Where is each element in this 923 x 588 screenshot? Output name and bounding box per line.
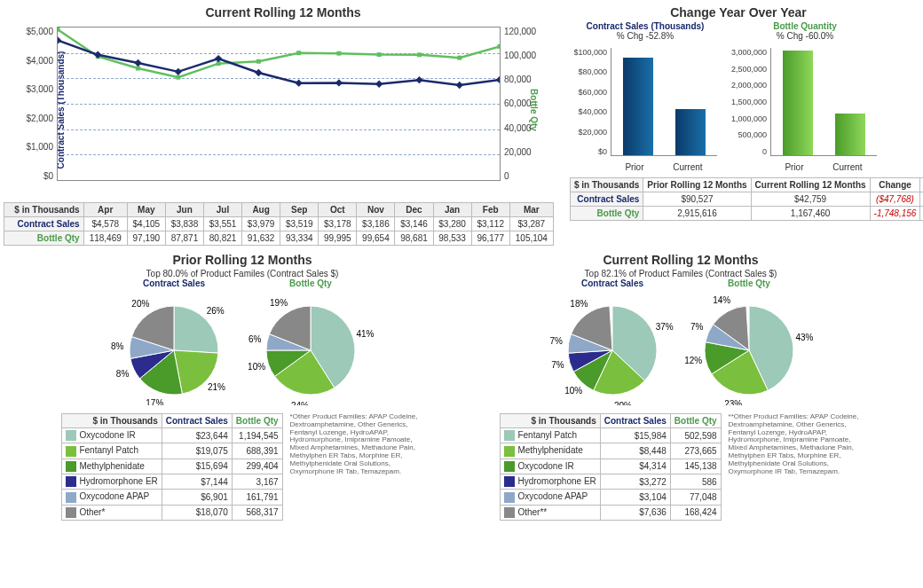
svg-text:20%: 20% (614, 401, 632, 405)
current-cs-pie: Contract Sales 37%20%10%7%7%18% (547, 278, 678, 410)
current-products-note: **Other Product Families: APAP Codeine, … (729, 413, 862, 521)
yoy-cs-pct: % Chg -52.8% (570, 31, 721, 41)
yoy-data-table: $ in ThousandsPrior Rolling 12 MonthsCur… (570, 177, 923, 221)
svg-text:41%: 41% (356, 329, 374, 339)
line-chart-title: Current Rolling 12 Months (4, 5, 563, 20)
svg-text:26%: 26% (207, 306, 225, 316)
prior-pie-block: Prior Rolling 12 Months Top 80.0% of Pro… (29, 251, 455, 521)
svg-rect-20 (375, 81, 383, 88)
svg-rect-2 (136, 67, 140, 71)
line-chart: Contract Sales (Thousands) Bottle Qty $5… (4, 21, 554, 199)
svg-rect-0 (58, 27, 59, 32)
yoy-title: Change Year Over Year (570, 5, 907, 20)
yoy-bq-label: Bottle Quantity (730, 21, 880, 31)
svg-text:8%: 8% (111, 341, 124, 351)
svg-rect-18 (295, 79, 302, 86)
yoy-bottle-qty-bar: Bottle Quantity % Chg -60.0% 3,000,0002,… (730, 21, 880, 172)
svg-rect-15 (175, 68, 182, 75)
svg-rect-17 (255, 69, 262, 76)
current-pie-block: Current Rolling 12 Months Top 82.1% of P… (468, 251, 894, 521)
svg-text:23%: 23% (724, 399, 742, 405)
svg-text:14%: 14% (713, 295, 730, 305)
svg-rect-14 (134, 59, 141, 67)
line-chart-data-table: $ in ThousandsAprMayJunJulAugSepOctNovDe… (4, 202, 554, 246)
svg-text:12%: 12% (684, 356, 702, 365)
svg-rect-8 (377, 52, 382, 57)
svg-rect-5 (256, 59, 261, 64)
yoy-bq-pct: % Chg -60.0% (730, 31, 880, 41)
svg-rect-23 (496, 76, 500, 83)
yoy-cs-label: Contract Sales (Thousands) (570, 21, 721, 31)
svg-text:18%: 18% (570, 299, 588, 309)
current-pie-title: Current Rolling 12 Months (468, 253, 894, 267)
prior-bq-pie: Bottle Qty 41%24%10%6%19% (245, 278, 376, 410)
svg-rect-19 (335, 79, 343, 86)
svg-text:6%: 6% (248, 334, 262, 344)
svg-text:10%: 10% (564, 386, 582, 396)
current-products-table: $ in ThousandsContract SalesBottle QtyFe… (500, 413, 721, 521)
svg-text:24%: 24% (291, 401, 309, 405)
svg-rect-6 (296, 51, 301, 55)
svg-text:21%: 21% (208, 382, 225, 392)
current-bq-pie: Bottle Qty 43%23%12%7%14% (683, 278, 815, 410)
svg-rect-3 (176, 75, 180, 80)
svg-text:7%: 7% (550, 336, 564, 346)
svg-rect-22 (456, 82, 463, 89)
prior-products-table: $ in ThousandsContract SalesBottle QtyOx… (61, 413, 282, 521)
svg-text:20%: 20% (131, 299, 149, 309)
svg-text:8%: 8% (116, 369, 130, 379)
svg-text:10%: 10% (248, 362, 265, 372)
svg-rect-9 (417, 52, 422, 57)
svg-text:17%: 17% (146, 398, 163, 405)
prior-pie-title: Prior Rolling 12 Months (29, 253, 455, 267)
svg-text:43%: 43% (795, 333, 813, 342)
current-pie-subtitle: Top 82.1% of Product Familes (Contract S… (468, 269, 894, 278)
svg-rect-10 (457, 56, 462, 60)
svg-rect-7 (336, 51, 341, 56)
prior-products-note: *Other Product Families: APAP Codeine, D… (290, 413, 423, 521)
prior-cs-pie: Contract Sales 26%21%17%8%8%20% (108, 278, 240, 410)
svg-text:37%: 37% (656, 322, 674, 332)
svg-rect-12 (58, 36, 61, 43)
svg-rect-11 (498, 44, 500, 49)
svg-text:19%: 19% (270, 298, 288, 308)
svg-rect-21 (415, 76, 422, 83)
yoy-contract-sales-bar: Contract Sales (Thousands) % Chg -52.8% … (570, 21, 721, 172)
svg-rect-16 (215, 55, 222, 62)
svg-text:7%: 7% (690, 322, 704, 332)
svg-text:7%: 7% (551, 360, 564, 370)
prior-pie-subtitle: Top 80.0% of Product Familes (Contract S… (29, 269, 455, 278)
